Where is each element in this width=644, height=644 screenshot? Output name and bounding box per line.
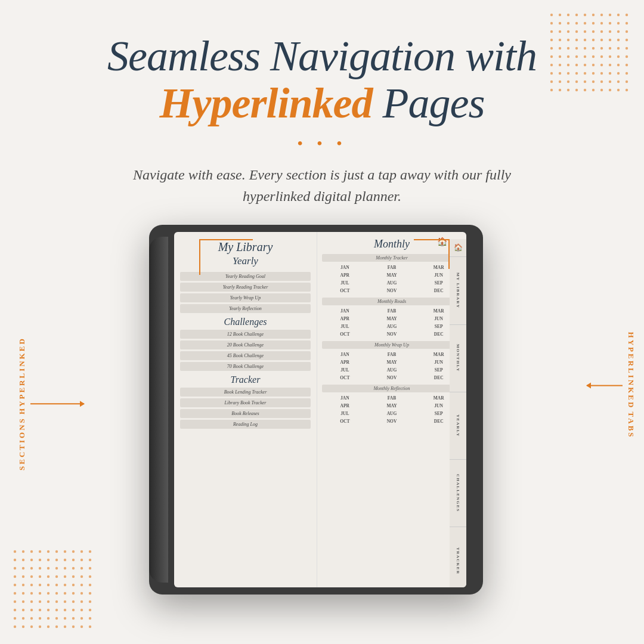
m4-may[interactable]: MAY: [369, 402, 415, 409]
m1-oct[interactable]: OCT: [322, 287, 368, 294]
dots-divider: • • •: [0, 134, 644, 153]
m4-apr[interactable]: APR: [322, 402, 368, 409]
tracker-header: Tracker: [180, 374, 311, 385]
section3-months: JANFABMAR APRMAYJUN JULAUGSEP OCTNOVDEC: [322, 351, 462, 381]
title-highlight: Hyperlinked: [160, 79, 373, 127]
m1-jul[interactable]: JUL: [322, 280, 368, 286]
m3-apr[interactable]: APR: [322, 359, 368, 366]
m3-nov[interactable]: NOV: [369, 374, 415, 381]
section4-months: JANFABMAR APRMAYJUN JULAUGSEP OCTNOVDEC: [322, 395, 462, 425]
m4-fab[interactable]: FAB: [369, 395, 415, 401]
m1-aug[interactable]: AUG: [369, 280, 415, 286]
reading-log[interactable]: Reading Log: [180, 420, 311, 429]
m3-aug[interactable]: AUG: [369, 367, 415, 373]
tab-my-library[interactable]: MY LIBRARY: [450, 257, 466, 324]
annotation-left-label2: SECTIONS: [18, 417, 26, 470]
library-title: My Library: [180, 240, 311, 254]
m1-may[interactable]: MAY: [369, 272, 415, 278]
tab-challenges[interactable]: CHALLENGES: [450, 460, 466, 527]
m4-nov[interactable]: NOV: [369, 418, 415, 425]
yearly-reflection[interactable]: Yearly Reflection: [180, 304, 311, 313]
70-book-challenge[interactable]: 70 Book Challenge: [180, 362, 311, 371]
m4-aug[interactable]: AUG: [369, 410, 415, 417]
arrow-left: [30, 403, 84, 404]
subtitle: Navigate with ease. Every section is jus…: [113, 164, 531, 207]
m2-apr[interactable]: APR: [322, 315, 368, 322]
m4-jan[interactable]: JAN: [322, 395, 368, 401]
device-body: My Library Yearly Yearly Reading Goal Ye…: [149, 225, 483, 595]
m2-may[interactable]: MAY: [369, 315, 415, 322]
arrow-right: [587, 385, 623, 386]
annotation-left-label1: HYPERLINKED: [18, 338, 26, 415]
section1-header: Monthly Tracker: [322, 254, 462, 262]
annotation-left: HYPERLINKED SECTIONS: [18, 338, 84, 471]
yearly-reading-tracker[interactable]: Yearly Reading Tracker: [180, 283, 311, 292]
m2-oct[interactable]: OCT: [322, 331, 368, 338]
device-wrapper: My Library Yearly Yearly Reading Goal Ye…: [149, 225, 495, 586]
m4-oct[interactable]: OCT: [322, 418, 368, 425]
home-icon[interactable]: 🏠: [437, 237, 447, 247]
45-book-challenge[interactable]: 45 Book Challenge: [180, 351, 311, 360]
section2-months: JANFABMAR APRMAYJUN JULAUGSEP OCTNOVDEC: [322, 308, 462, 338]
book-lending-tracker[interactable]: Book Lending Tracker: [180, 388, 311, 397]
m1-nov[interactable]: NOV: [369, 287, 415, 294]
header-section: Seamless Navigation with Hyperlinked Pag…: [0, 0, 644, 213]
annotation-right: HYPERLINKED TABS: [587, 332, 635, 439]
section1-months: JANFABMAR APRMAYJUN JULAUGSEP OCTNOVDEC: [322, 264, 462, 294]
m3-jan[interactable]: JAN: [322, 351, 368, 358]
title-line1: Seamless Navigation with: [107, 32, 537, 80]
m4-jul[interactable]: JUL: [322, 410, 368, 417]
m1-apr[interactable]: APR: [322, 272, 368, 278]
m3-oct[interactable]: OCT: [322, 374, 368, 381]
challenges-header: Challenges: [180, 317, 311, 327]
tab-yearly[interactable]: YEARLY: [450, 392, 466, 460]
book-releases[interactable]: Book Releases: [180, 409, 311, 418]
m3-may[interactable]: MAY: [369, 359, 415, 366]
m2-fab[interactable]: FAB: [369, 308, 415, 314]
section4-header: Monthly Reflection: [322, 385, 462, 392]
screen-tabs: 🏠 MY LIBRARY MONTHLY YEARLY CHALLENGES T…: [450, 239, 466, 587]
yearly-reading-goal[interactable]: Yearly Reading Goal: [180, 272, 311, 281]
main-title: Seamless Navigation with Hyperlinked Pag…: [0, 33, 644, 127]
tab-monthly[interactable]: MONTHLY: [450, 325, 466, 392]
section3-header: Monthly Wrap Up: [322, 341, 462, 349]
screen-left-panel: My Library Yearly Yearly Reading Goal Ye…: [174, 232, 317, 587]
device-spine: [149, 237, 168, 583]
yearly-wrap-up[interactable]: Yearly Wrap Up: [180, 293, 311, 302]
screen-right-panel: 🏠 Monthly Monthly Tracker JANFABMAR APRM…: [317, 232, 466, 587]
annotation-right-label2: TABS: [627, 412, 635, 439]
annotation-right-label1: HYPERLINKED: [627, 332, 635, 410]
m2-nov[interactable]: NOV: [369, 331, 415, 338]
m3-fab[interactable]: FAB: [369, 351, 415, 358]
m1-fab[interactable]: FAB: [369, 264, 415, 271]
tab-tracker[interactable]: TRACKER: [450, 527, 466, 587]
library-book-tracker[interactable]: Library Book Tracker: [180, 398, 311, 407]
12-book-challenge[interactable]: 12 Book Challenge: [180, 330, 311, 339]
yearly-title: Yearly: [180, 255, 311, 267]
m2-jan[interactable]: JAN: [322, 308, 368, 314]
title-pages: Pages: [382, 79, 484, 127]
tab-home[interactable]: 🏠: [450, 239, 466, 257]
m2-aug[interactable]: AUG: [369, 323, 415, 330]
section2-header: Monthly Reads: [322, 298, 462, 305]
20-book-challenge[interactable]: 20 Book Challenge: [180, 340, 311, 349]
m1-jan[interactable]: JAN: [322, 264, 368, 271]
m2-jul[interactable]: JUL: [322, 323, 368, 330]
device-screen: My Library Yearly Yearly Reading Goal Ye…: [174, 232, 466, 587]
m3-jul[interactable]: JUL: [322, 367, 368, 373]
